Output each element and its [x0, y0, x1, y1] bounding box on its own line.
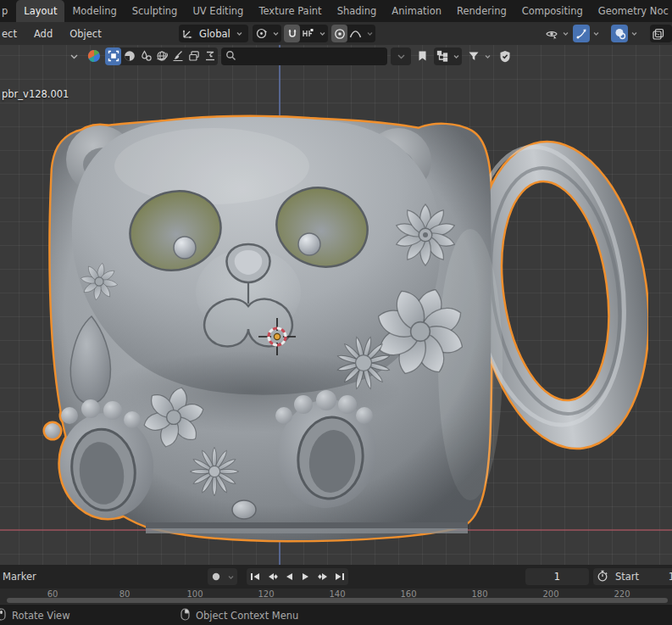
chevron-down-icon[interactable] [225, 568, 237, 585]
tab-modeling[interactable]: Modeling [64, 0, 124, 22]
menu-fragment[interactable]: p [0, 5, 9, 17]
mouse-right-icon [180, 608, 190, 623]
tab-sculpting[interactable]: Sculpting [125, 0, 186, 22]
transform-orientation-dropdown[interactable]: Global [179, 25, 248, 42]
brush-filter-icon[interactable] [169, 47, 186, 65]
timeline-ruler[interactable]: 60 80 100 120 140 160 180 200 220 [0, 589, 672, 604]
mug-base-recess [146, 522, 468, 529]
chevron-down-icon [591, 25, 600, 42]
tree-display-dropdown[interactable] [434, 47, 462, 65]
chevron-down-icon [483, 47, 492, 65]
status-hint-label: Object Context Menu [196, 610, 298, 622]
panda-mug-model[interactable] [42, 110, 648, 551]
cursor-3d [257, 316, 297, 357]
display-dropdown[interactable] [391, 47, 411, 65]
next-keyframe-icon[interactable] [314, 568, 331, 585]
tab-shading[interactable]: Shading [330, 0, 385, 22]
preview-range-group: Start 1 [593, 568, 672, 585]
pie-filter-icon[interactable] [121, 47, 137, 65]
tab-animation[interactable]: Animation [384, 0, 449, 22]
start-frame-label[interactable]: Start [615, 571, 639, 583]
play-icon[interactable] [297, 568, 314, 585]
chevron-down-icon [365, 25, 374, 42]
tab-compositing[interactable]: Compositing [514, 0, 591, 22]
xray-icon [650, 25, 667, 42]
overlays-dropdown[interactable] [611, 25, 645, 42]
world-filter-icon[interactable] [153, 47, 169, 65]
gizmo-dropdown[interactable] [573, 25, 607, 42]
filter-bar [66, 46, 513, 66]
collapse-chevron-icon[interactable] [66, 47, 82, 65]
snapping-group[interactable] [284, 25, 328, 42]
tab-geometry-nodes[interactable]: Geometry Noc [591, 0, 672, 22]
search-input[interactable] [240, 51, 375, 62]
search-icon [225, 48, 236, 64]
chevron-down-icon [318, 25, 326, 42]
current-frame-field[interactable]: 1 [525, 568, 589, 585]
chevron-down-icon [562, 25, 569, 42]
record-icon[interactable] [208, 568, 225, 585]
material-preview-sphere-icon[interactable] [86, 47, 102, 65]
current-frame-value: 1 [554, 571, 560, 583]
filter-funnel-icon [465, 47, 481, 65]
play-reverse-icon[interactable] [280, 568, 297, 585]
left-eye [174, 237, 196, 259]
jump-to-end-icon[interactable] [331, 568, 348, 585]
object-visibility-icon [544, 25, 560, 42]
tree-display-icon [434, 47, 450, 65]
tab-layout[interactable]: Layout [16, 0, 64, 22]
fluid-filter-icon[interactable] [137, 47, 153, 65]
add-menu[interactable]: Add [25, 28, 61, 40]
proportional-editing-icon[interactable] [331, 25, 347, 42]
bookmark-icon[interactable] [414, 47, 430, 65]
snap-target-icon[interactable] [300, 25, 316, 42]
mouse-middle-icon [0, 608, 6, 623]
xray-toggle[interactable] [650, 25, 672, 42]
blender-window: p Layout Modeling Sculpting UV Editing T… [0, 0, 672, 625]
overlays-icon[interactable] [611, 25, 628, 42]
jump-to-start-icon[interactable] [247, 568, 264, 585]
filter-toggle-group [105, 47, 218, 65]
object-menu[interactable]: Object [61, 28, 109, 40]
transform-orientation-icon [179, 25, 196, 42]
statusbar: Rotate View Object Context Menu [0, 604, 672, 625]
playback-controls [247, 568, 348, 585]
active-object-name: pbr_v128.001 [2, 88, 69, 100]
falloff-curve-icon[interactable] [347, 25, 364, 42]
timeline: Marker [0, 565, 672, 589]
pivot-point-dropdown[interactable] [253, 25, 281, 42]
tab-rendering[interactable]: Rendering [449, 0, 514, 22]
topbar: p Layout Modeling Sculpting UV Editing T… [0, 0, 672, 22]
pivot-point-icon [253, 25, 269, 42]
select-menu-fragment[interactable]: ect [0, 28, 25, 40]
box-filter-icon[interactable] [105, 47, 121, 65]
viewport-menus: ect Add Object [0, 22, 110, 45]
stopwatch-icon[interactable] [597, 569, 608, 585]
pebble [232, 500, 256, 519]
timeline-scrollbar[interactable] [7, 598, 668, 603]
proportional-editing-group[interactable] [331, 25, 375, 42]
workspace-tabs: Layout Modeling Sculpting UV Editing Tex… [16, 0, 672, 22]
image-filter-icon[interactable] [186, 47, 202, 65]
status-hint-label: Rotate View [12, 610, 70, 622]
transform-orientation-value: Global [196, 28, 234, 40]
start-frame-value[interactable]: 1 [669, 571, 672, 583]
chevron-down-icon [271, 25, 280, 42]
auto-key-group [208, 568, 237, 585]
chevron-down-icon [630, 25, 638, 42]
gizmo-icon[interactable] [573, 25, 590, 42]
snap-magnet-icon[interactable] [284, 25, 300, 42]
right-eye [298, 233, 320, 255]
filter-dropdown[interactable] [465, 47, 493, 65]
tab-texture-paint[interactable]: Texture Paint [251, 0, 329, 22]
marker-menu[interactable]: Marker [3, 571, 36, 583]
viewport-3d[interactable]: pbr_v128.001 [0, 45, 672, 565]
chevron-down-icon [452, 47, 460, 65]
viewport-header: ect Add Object Global [0, 22, 672, 45]
tab-uv-editing[interactable]: UV Editing [185, 0, 251, 22]
greasepencil-filter-icon[interactable] [202, 47, 218, 65]
previous-keyframe-icon[interactable] [264, 568, 280, 585]
shield-check-icon[interactable] [497, 47, 513, 65]
object-visibility-dropdown[interactable] [544, 25, 571, 42]
search-box[interactable] [221, 47, 387, 65]
